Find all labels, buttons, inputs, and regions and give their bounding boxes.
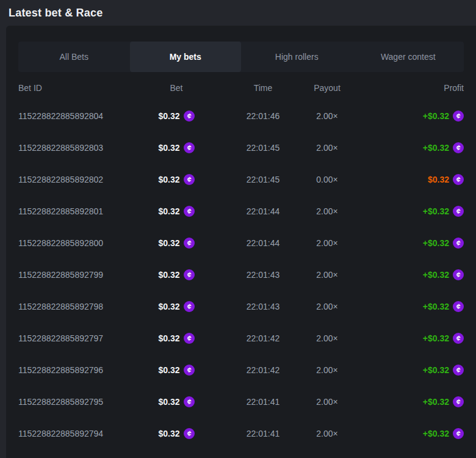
bet-time: 22:01:45 xyxy=(212,143,314,153)
bet-amount: $0.32 ¢ xyxy=(140,111,212,122)
coin-icon: ¢ xyxy=(453,174,464,185)
bet-payout: 2.00× xyxy=(314,143,341,153)
tab-bar: All Bets My bets High rollers Wager cont… xyxy=(18,42,464,72)
coin-icon: ¢ xyxy=(453,396,464,407)
coin-icon: ¢ xyxy=(184,206,195,217)
tab-all-bets[interactable]: All Bets xyxy=(18,42,130,72)
bet-id: 115228822885892802 xyxy=(18,175,140,184)
bet-profit: +$0.32 ¢ xyxy=(341,301,464,312)
bet-time: 22:01:41 xyxy=(212,429,314,438)
coin-icon: ¢ xyxy=(184,365,195,376)
bet-payout: 2.00× xyxy=(314,333,341,343)
coin-icon: ¢ xyxy=(453,111,464,122)
bet-time: 22:01:44 xyxy=(212,206,314,216)
bet-time: 22:01:43 xyxy=(212,302,314,311)
bet-amount: $0.32 ¢ xyxy=(140,428,212,439)
bet-amount: $0.32 ¢ xyxy=(140,396,212,407)
coin-icon: ¢ xyxy=(184,301,195,312)
coin-icon: ¢ xyxy=(453,301,464,312)
bet-profit: +$0.32 ¢ xyxy=(341,111,464,122)
bet-profit: +$0.32 ¢ xyxy=(341,365,464,376)
bet-id: 115228822885892804 xyxy=(18,111,140,121)
bet-time: 22:01:45 xyxy=(212,175,314,184)
page-title: Latest bet & Race xyxy=(9,7,103,20)
bet-time: 22:01:41 xyxy=(212,397,314,407)
coin-icon: ¢ xyxy=(453,333,464,344)
table-row[interactable]: 115228822885892798 $0.32 ¢ 22:01:43 2.00… xyxy=(6,291,476,322)
bet-amount: $0.32 ¢ xyxy=(140,301,212,312)
bet-amount: $0.32 ¢ xyxy=(140,206,212,217)
coin-icon: ¢ xyxy=(453,428,464,439)
table-row[interactable]: 115228822885892802 $0.32 ¢ 22:01:45 0.00… xyxy=(6,164,476,195)
bet-id: 115228822885892803 xyxy=(18,143,140,153)
bet-profit: +$0.32 ¢ xyxy=(341,142,464,153)
table-body: 115228822885892804 $0.32 ¢ 22:01:46 2.00… xyxy=(6,100,476,449)
tab-wager-contest[interactable]: Wager contest xyxy=(353,42,464,72)
table-row[interactable]: 115228822885892799 $0.32 ¢ 22:01:43 2.00… xyxy=(6,259,476,291)
bet-id: 115228822885892798 xyxy=(18,302,140,311)
coin-icon: ¢ xyxy=(184,269,195,280)
bet-id: 115228822885892794 xyxy=(18,429,140,438)
bet-payout: 2.00× xyxy=(314,206,341,216)
coin-icon: ¢ xyxy=(184,174,195,185)
bet-time: 22:01:46 xyxy=(212,111,314,121)
column-header-time: Time xyxy=(212,83,314,93)
bet-payout: 2.00× xyxy=(314,302,341,311)
bet-profit: +$0.32 ¢ xyxy=(341,206,464,217)
bet-profit: +$0.32 ¢ xyxy=(341,396,464,407)
bet-time: 22:01:43 xyxy=(212,270,314,280)
bet-payout: 2.00× xyxy=(314,238,341,248)
coin-icon: ¢ xyxy=(184,333,195,344)
column-header-bet: Bet xyxy=(140,83,212,93)
bet-amount: $0.32 ¢ xyxy=(140,174,212,185)
coin-icon: ¢ xyxy=(453,269,464,280)
table-header: Bet ID Bet Time Payout Profit xyxy=(6,76,476,100)
bet-profit: +$0.32 ¢ xyxy=(341,269,464,280)
page-header: Latest bet & Race xyxy=(0,0,476,26)
coin-icon: ¢ xyxy=(453,238,464,249)
bet-id: 115228822885892801 xyxy=(18,206,140,216)
bet-amount: $0.32 ¢ xyxy=(140,365,212,376)
bet-profit: +$0.32 ¢ xyxy=(341,333,464,344)
bet-amount: $0.32 ¢ xyxy=(140,333,212,344)
bet-payout: 2.00× xyxy=(314,111,341,121)
coin-icon: ¢ xyxy=(184,111,195,122)
tab-high-rollers[interactable]: High rollers xyxy=(241,42,353,72)
tab-my-bets[interactable]: My bets xyxy=(130,42,242,72)
coin-icon: ¢ xyxy=(453,365,464,376)
table-row[interactable]: 115228822885892801 $0.32 ¢ 22:01:44 2.00… xyxy=(6,195,476,227)
bet-time: 22:01:42 xyxy=(212,333,314,343)
coin-icon: ¢ xyxy=(453,206,464,217)
coin-icon: ¢ xyxy=(453,142,464,153)
bet-time: 22:01:42 xyxy=(212,365,314,375)
bet-id: 115228822885892795 xyxy=(18,397,140,407)
table-row[interactable]: 115228822885892794 $0.32 ¢ 22:01:41 2.00… xyxy=(6,418,476,449)
bet-payout: 2.00× xyxy=(314,397,341,407)
coin-icon: ¢ xyxy=(184,238,195,249)
table-row[interactable]: 115228822885892797 $0.32 ¢ 22:01:42 2.00… xyxy=(6,322,476,354)
coin-icon: ¢ xyxy=(184,142,195,153)
bet-payout: 2.00× xyxy=(314,429,341,438)
table-row[interactable]: 115228822885892796 $0.32 ¢ 22:01:42 2.00… xyxy=(6,354,476,386)
bet-time: 22:01:44 xyxy=(212,238,314,248)
bet-profit: $0.32 ¢ xyxy=(341,174,464,185)
bet-amount: $0.32 ¢ xyxy=(140,142,212,153)
table-row[interactable]: 115228822885892803 $0.32 ¢ 22:01:45 2.00… xyxy=(6,132,476,164)
coin-icon: ¢ xyxy=(184,396,195,407)
bet-id: 115228822885892800 xyxy=(18,238,140,248)
table-row[interactable]: 115228822885892795 $0.32 ¢ 22:01:41 2.00… xyxy=(6,386,476,418)
bet-id: 115228822885892799 xyxy=(18,270,140,280)
table-row[interactable]: 115228822885892800 $0.32 ¢ 22:01:44 2.00… xyxy=(6,227,476,259)
table-row[interactable]: 115228822885892804 $0.32 ¢ 22:01:46 2.00… xyxy=(6,100,476,132)
bet-amount: $0.32 ¢ xyxy=(140,238,212,249)
column-header-bet-id: Bet ID xyxy=(18,83,140,93)
bet-id: 115228822885892796 xyxy=(18,365,140,375)
column-header-profit: Profit xyxy=(341,83,464,93)
column-header-payout: Payout xyxy=(314,83,341,93)
bet-id: 115228822885892797 xyxy=(18,333,140,343)
bet-payout: 2.00× xyxy=(314,270,341,280)
bet-profit: +$0.32 ¢ xyxy=(341,238,464,249)
bet-payout: 0.00× xyxy=(314,175,341,184)
bet-payout: 2.00× xyxy=(314,365,341,375)
bet-amount: $0.32 ¢ xyxy=(140,269,212,280)
